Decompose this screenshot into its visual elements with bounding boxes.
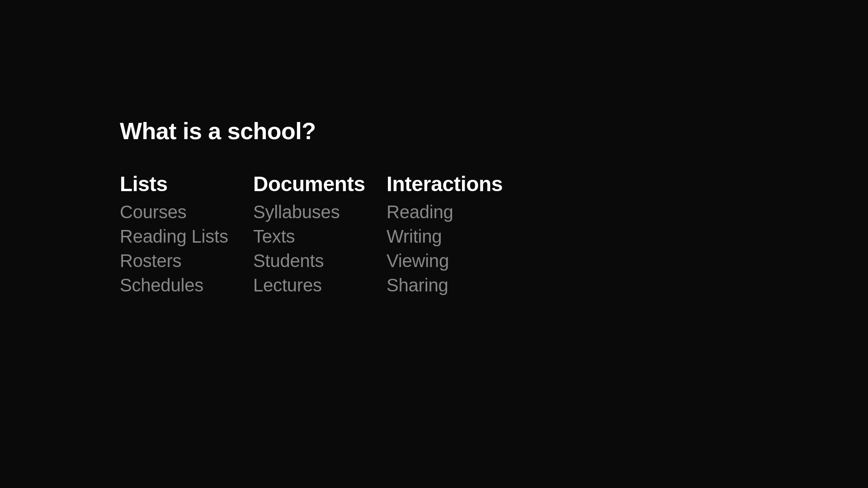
column-item-lectures: Lectures [253, 273, 387, 297]
column-item-reading-lists: Reading Lists [120, 224, 253, 249]
column-heading-lists: Lists [120, 172, 253, 196]
column-interactions: InteractionsReadingWritingViewingSharing [387, 172, 520, 297]
columns-container: ListsCoursesReading ListsRostersSchedule… [120, 172, 520, 297]
column-item-texts: Texts [253, 224, 387, 249]
column-item-sharing: Sharing [387, 273, 520, 297]
column-item-schedules: Schedules [120, 273, 253, 297]
main-container: What is a school? ListsCoursesReading Li… [120, 117, 520, 297]
column-item-rosters: Rosters [120, 249, 253, 273]
column-item-writing: Writing [387, 224, 520, 249]
column-heading-interactions: Interactions [387, 172, 520, 196]
column-documents: DocumentsSyllabusesTextsStudentsLectures [253, 172, 387, 297]
column-item-viewing: Viewing [387, 249, 520, 273]
column-item-reading: Reading [387, 200, 520, 224]
column-heading-documents: Documents [253, 172, 387, 196]
page-title: What is a school? [120, 117, 520, 145]
column-item-syllabuses: Syllabuses [253, 200, 387, 224]
column-item-courses: Courses [120, 200, 253, 224]
column-lists: ListsCoursesReading ListsRostersSchedule… [120, 172, 253, 297]
column-item-students: Students [253, 249, 387, 273]
